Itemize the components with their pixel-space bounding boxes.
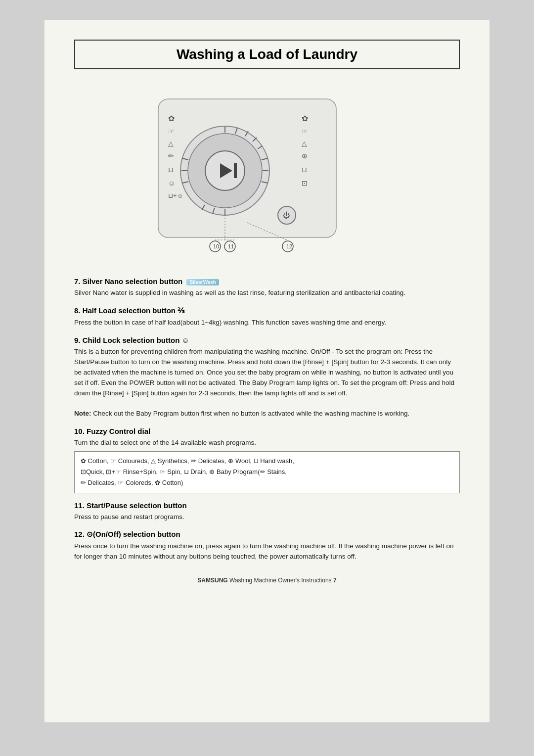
section-8: 8. Half Load selection button ⅔ Press th…	[74, 306, 460, 328]
section-7: 7. Silver Nano selection button SilverWa…	[74, 277, 460, 298]
section-8-body: Press the button in case of half load(ab…	[74, 318, 460, 328]
section-10-text: Turn the dial to select one of the 14 av…	[74, 439, 256, 446]
section-11-title: 11. Start/Pause selection button	[74, 501, 460, 510]
svg-text:⏻: ⏻	[283, 211, 290, 219]
section-11: 11. Start/Pause selection button Press t…	[74, 501, 460, 522]
svg-text:☺: ☺	[168, 179, 175, 187]
programs-box: ✿ Cotton, ☞ Coloureds, △ Synthetics, ✏ D…	[74, 451, 460, 493]
svg-text:☞: ☞	[302, 127, 308, 135]
section-10-title: 10. Fuzzy Control dial	[74, 427, 460, 435]
svg-text:✿: ✿	[302, 114, 308, 123]
svg-text:✏: ✏	[168, 152, 174, 160]
section-10: 10. Fuzzy Control dial Turn the dial to …	[74, 427, 460, 493]
section-8-title: 8. Half Load selection button ⅔	[74, 306, 460, 315]
section-12-body: Press once to turn the washing machine o…	[74, 541, 460, 562]
footer-instructions: Washing Machine Owner's Instructions	[229, 577, 332, 584]
control-panel-diagram: ✿ ☞ △ ✏ ⊔ ☺ ⊔+☺ ✿ ☞ △ ⊕ ⊔ ⊡ ⏻ 10	[129, 94, 405, 262]
page: Washing a Load of Laundry	[44, 20, 490, 722]
svg-text:⊔+☺: ⊔+☺	[168, 192, 183, 199]
svg-text:12: 12	[286, 243, 292, 249]
section-9: 9. Child Lock selection button ☺ This is…	[74, 336, 460, 419]
svg-text:⊡: ⊡	[302, 179, 308, 187]
svg-text:⊔: ⊔	[168, 166, 174, 174]
silver-wash-badge: SilverWash	[186, 279, 219, 285]
section-12-title: 12. ⊙(On/Off) selection button	[74, 530, 460, 539]
svg-text:△: △	[168, 140, 174, 147]
footer-page-num: 7	[333, 577, 337, 584]
svg-text:☞: ☞	[168, 127, 175, 135]
svg-text:⊔: ⊔	[302, 166, 307, 174]
svg-text:⊕: ⊕	[302, 152, 308, 160]
svg-text:✿: ✿	[168, 114, 175, 123]
footer: SAMSUNG Washing Machine Owner's Instruct…	[74, 577, 460, 584]
section-10-body: Turn the dial to select one of the 14 av…	[74, 438, 460, 493]
section-9-note: Note: Check out the Baby Program button …	[74, 410, 409, 417]
section-7-body: Silver Nano water is supplied in washing…	[74, 288, 460, 298]
svg-text:11: 11	[228, 243, 234, 249]
section-7-title: 7. Silver Nano selection button SilverWa…	[74, 277, 460, 285]
section-11-body: Press to pause and restart programs.	[74, 512, 460, 522]
svg-rect-5	[234, 163, 237, 178]
svg-text:10: 10	[213, 243, 219, 249]
page-title: Washing a Load of Laundry	[74, 40, 460, 69]
svg-text:△: △	[302, 140, 307, 147]
diagram-area: ✿ ☞ △ ✏ ⊔ ☺ ⊔+☺ ✿ ☞ △ ⊕ ⊔ ⊡ ⏻ 10	[74, 94, 460, 262]
section-12: 12. ⊙(On/Off) selection button Press onc…	[74, 530, 460, 562]
section-9-body: This is a button for preventing children…	[74, 347, 460, 419]
section-9-title: 9. Child Lock selection button ☺	[74, 336, 460, 344]
footer-brand: SAMSUNG	[197, 577, 227, 584]
section-9-text: This is a button for preventing children…	[74, 348, 454, 397]
